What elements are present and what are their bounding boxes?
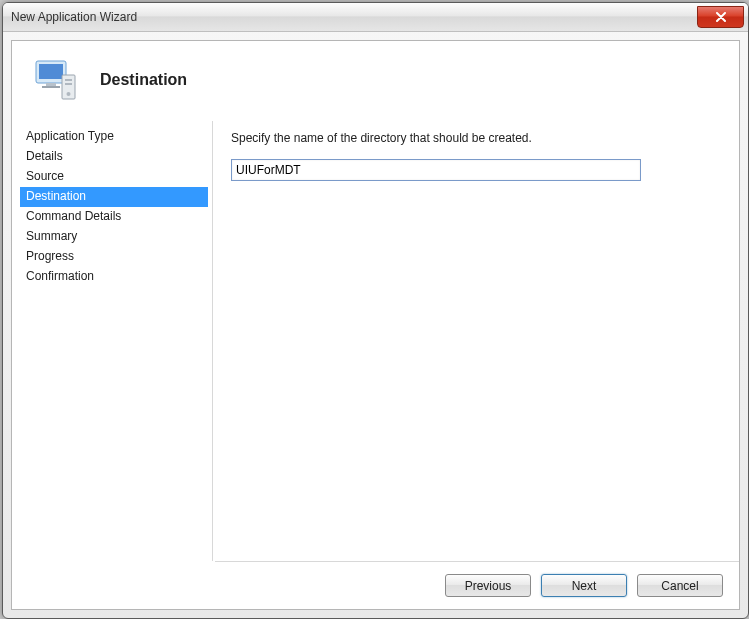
client-area: Destination Application TypeDetailsSourc…	[11, 40, 740, 610]
window-title: New Application Wizard	[11, 10, 137, 24]
svg-rect-6	[65, 83, 72, 85]
instruction-text: Specify the name of the directory that s…	[231, 131, 717, 145]
wizard-step[interactable]: Confirmation	[20, 267, 208, 287]
wizard-step[interactable]: Application Type	[20, 127, 208, 147]
page-header: Destination	[12, 41, 739, 117]
svg-rect-5	[65, 79, 72, 81]
content-panel: Specify the name of the directory that s…	[213, 117, 739, 561]
close-button[interactable]	[697, 6, 744, 28]
computer-icon	[32, 55, 82, 105]
svg-rect-1	[39, 64, 63, 79]
cancel-button[interactable]: Cancel	[637, 574, 723, 597]
svg-rect-3	[42, 86, 60, 88]
wizard-step[interactable]: Summary	[20, 227, 208, 247]
body: Application TypeDetailsSourceDestination…	[12, 117, 739, 561]
wizard-step[interactable]: Destination	[20, 187, 208, 207]
svg-rect-2	[46, 83, 56, 86]
wizard-step[interactable]: Command Details	[20, 207, 208, 227]
previous-button[interactable]: Previous	[445, 574, 531, 597]
wizard-step[interactable]: Source	[20, 167, 208, 187]
wizard-window: New Application Wizard Desti	[2, 2, 749, 619]
directory-name-input[interactable]	[231, 159, 641, 181]
next-button[interactable]: Next	[541, 574, 627, 597]
wizard-step[interactable]: Progress	[20, 247, 208, 267]
page-title: Destination	[100, 71, 187, 89]
wizard-steps: Application TypeDetailsSourceDestination…	[12, 117, 212, 561]
titlebar: New Application Wizard	[3, 3, 748, 32]
close-icon	[715, 12, 727, 22]
svg-point-7	[67, 92, 71, 96]
wizard-step[interactable]: Details	[20, 147, 208, 167]
button-bar: Previous Next Cancel	[215, 561, 739, 609]
